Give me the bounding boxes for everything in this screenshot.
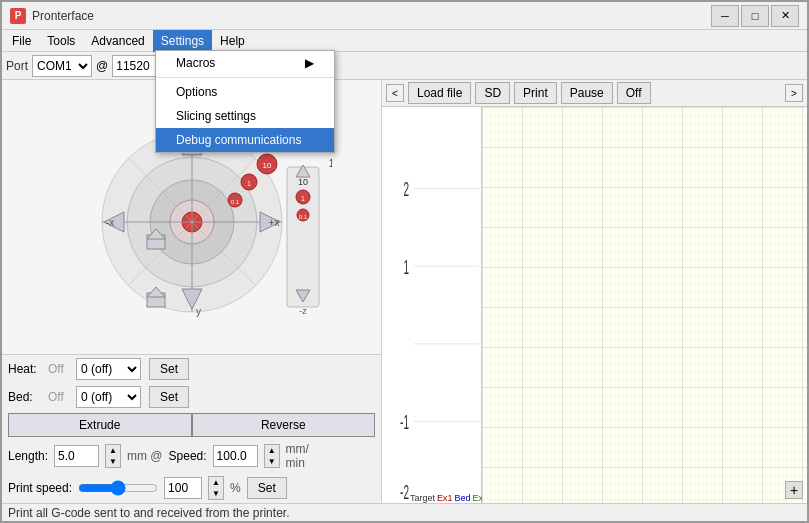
menu-tools[interactable]: Tools — [39, 30, 83, 52]
svg-text:y: y — [196, 306, 201, 317]
length-spin-up[interactable]: ▲ — [106, 445, 120, 456]
svg-text:-z: -z — [299, 306, 307, 316]
right-toolbar: < Load file SD Print Pause Off > — [382, 80, 807, 107]
heat-status: Off — [48, 362, 68, 376]
bottom-panel: Heat: Off 0 (off) Set Bed: Off 0 (off) S… — [2, 354, 381, 503]
print-button[interactable]: Print — [514, 82, 557, 104]
speed-spin-up[interactable]: ▲ — [265, 445, 279, 456]
port-select[interactable]: COM1 — [32, 55, 92, 77]
menu-settings[interactable]: Settings — [153, 30, 212, 52]
port-combo: COM1 — [32, 55, 92, 77]
menu-slicing-settings[interactable]: Slicing settings — [156, 104, 334, 128]
scroll-right-arrow[interactable]: > — [785, 84, 803, 102]
chart-bed-label: Bed — [455, 493, 471, 503]
menu-macros[interactable]: Macros ▶ — [156, 51, 334, 75]
heat-set-button[interactable]: Set — [149, 358, 189, 380]
print-speed-spin-up[interactable]: ▲ — [209, 477, 223, 488]
heat-label: Heat: — [8, 362, 40, 376]
speed-label: Speed: — [169, 449, 207, 463]
port-label: Port — [6, 59, 28, 73]
svg-text:0.1: 0.1 — [298, 214, 307, 220]
speed-input[interactable] — [213, 445, 258, 467]
pause-button[interactable]: Pause — [561, 82, 613, 104]
svg-text:2: 2 — [403, 179, 409, 200]
chart-ex1-label: Ex1 — [437, 493, 453, 503]
menu-bar: File Tools Advanced Settings Help — [2, 30, 807, 52]
title-bar: P Pronterface ─ □ ✕ — [2, 2, 807, 30]
maximize-button[interactable]: □ — [741, 5, 769, 27]
chart-target-label: Target — [410, 493, 435, 503]
print-preview-area: + — [482, 107, 807, 503]
bed-label: Bed: — [8, 390, 40, 404]
svg-text:1: 1 — [403, 256, 409, 277]
svg-text:-1: -1 — [400, 412, 409, 433]
settings-dropdown: Macros ▶ Options Slicing settings Debug … — [155, 50, 335, 153]
length-input[interactable] — [54, 445, 99, 467]
print-speed-label: Print speed: — [8, 481, 72, 495]
main-content: 100 10 10 1 0.1 -x — [2, 80, 807, 503]
sd-button[interactable]: SD — [475, 82, 510, 104]
dropdown-menu: Macros ▶ Options Slicing settings Debug … — [155, 50, 335, 153]
load-file-button[interactable]: Load file — [408, 82, 471, 104]
chart-area: 2 1 -1 -2 Target Ex1 Bed Ex0 — [382, 107, 482, 503]
speed-spin-down[interactable]: ▼ — [265, 456, 279, 467]
app-icon: P — [10, 8, 26, 24]
svg-text:+x: +x — [268, 217, 279, 228]
length-unit: mm @ — [127, 449, 163, 463]
print-speed-unit: % — [230, 481, 241, 495]
bed-select[interactable]: 0 (off) — [76, 386, 141, 408]
reverse-button[interactable]: Reverse — [192, 413, 376, 437]
extrude-reverse-row: Extrude Reverse — [2, 411, 381, 439]
print-speed-spinner: ▲ ▼ — [208, 476, 224, 500]
status-bar: Print all G-code sent to and received fr… — [2, 503, 807, 522]
length-label: Length: — [8, 449, 48, 463]
print-speed-row: Print speed: ▲ ▼ % Set — [2, 473, 381, 503]
length-spin-down[interactable]: ▼ — [106, 456, 120, 467]
svg-text:100: 100 — [328, 158, 331, 169]
right-panel: < Load file SD Print Pause Off > — [382, 80, 807, 503]
window-title: Pronterface — [32, 9, 711, 23]
svg-text:0.1: 0.1 — [230, 199, 239, 205]
speed-spinner: ▲ ▼ — [264, 444, 280, 468]
menu-debug-communications[interactable]: Debug communications — [156, 128, 334, 152]
minimize-button[interactable]: ─ — [711, 5, 739, 27]
heat-select[interactable]: 0 (off) — [76, 358, 141, 380]
chart-svg: 2 1 -1 -2 — [384, 111, 484, 499]
svg-text:10: 10 — [297, 177, 307, 187]
off-button[interactable]: Off — [617, 82, 651, 104]
menu-file[interactable]: File — [4, 30, 39, 52]
grid-svg — [482, 107, 807, 503]
menu-separator — [156, 77, 334, 78]
heat-row: Heat: Off 0 (off) Set — [2, 355, 381, 383]
svg-text:10: 10 — [262, 161, 271, 170]
bed-status: Off — [48, 390, 68, 404]
print-speed-slider[interactable] — [78, 480, 158, 496]
bed-set-button[interactable]: Set — [149, 386, 189, 408]
menu-advanced[interactable]: Advanced — [83, 30, 152, 52]
print-speed-input[interactable] — [164, 477, 202, 499]
menu-help[interactable]: Help — [212, 30, 253, 52]
print-speed-spin-down[interactable]: ▼ — [209, 488, 223, 499]
svg-rect-46 — [482, 107, 807, 503]
preview-chart-area: 2 1 -1 -2 Target Ex1 Bed Ex0 — [382, 107, 807, 503]
bed-row: Bed: Off 0 (off) Set — [2, 383, 381, 411]
print-speed-set-button[interactable]: Set — [247, 477, 287, 499]
svg-rect-28 — [287, 167, 319, 307]
svg-text:1: 1 — [301, 195, 305, 202]
svg-text:10: 10 — [331, 178, 332, 189]
scroll-left-arrow[interactable]: < — [386, 84, 404, 102]
zoom-in-button[interactable]: + — [785, 481, 803, 499]
title-bar-buttons: ─ □ ✕ — [711, 5, 799, 27]
length-spinner: ▲ ▼ — [105, 444, 121, 468]
svg-text:-x: -x — [105, 217, 113, 228]
menu-options[interactable]: Options — [156, 80, 334, 104]
at-symbol: @ — [96, 59, 108, 73]
speed-unit: mm/min — [286, 442, 309, 470]
toolbar: Port COM1 @ Motors off XY: — [2, 52, 807, 80]
svg-text:1: 1 — [247, 180, 251, 187]
extrude-button[interactable]: Extrude — [8, 413, 192, 437]
status-text: Print all G-code sent to and received fr… — [8, 506, 289, 520]
close-button[interactable]: ✕ — [771, 5, 799, 27]
length-speed-row: Length: ▲ ▼ mm @ Speed: ▲ ▼ mm/min — [2, 439, 381, 473]
